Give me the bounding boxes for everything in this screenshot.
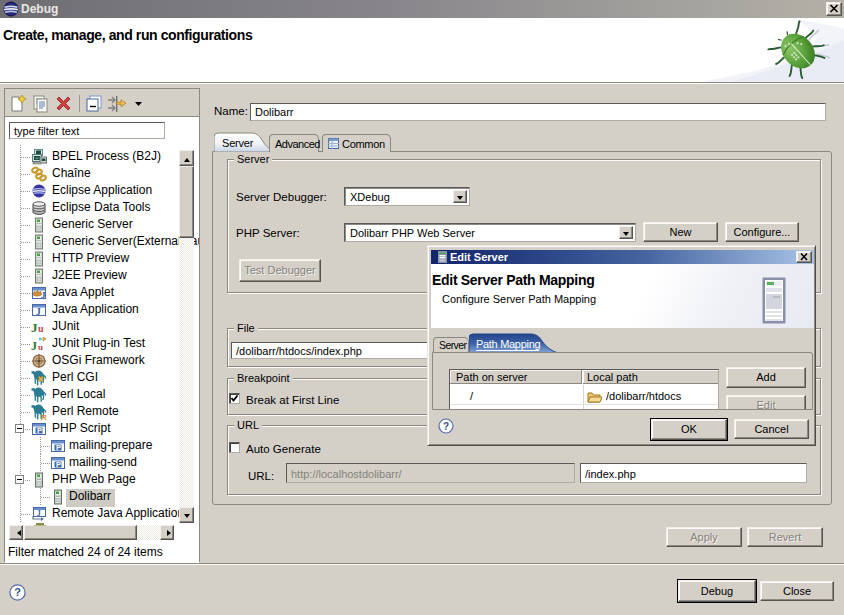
svg-text:?: ? xyxy=(443,421,449,432)
svg-text:?: ? xyxy=(14,586,21,598)
